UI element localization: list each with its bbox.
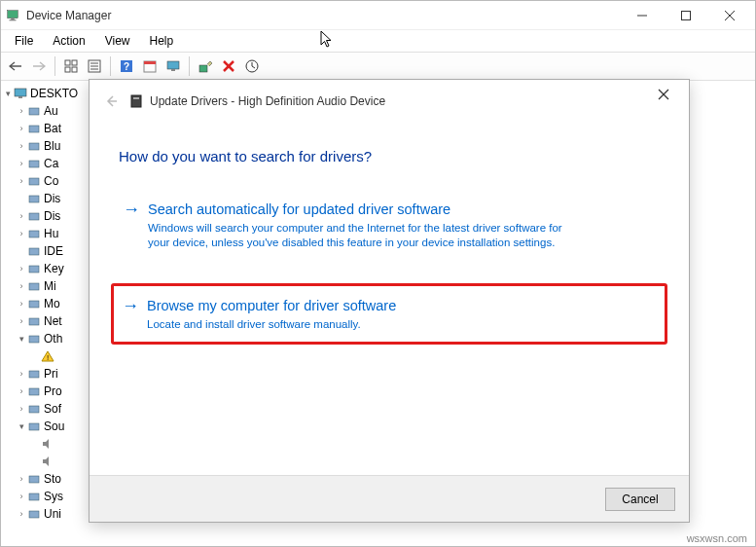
calendar-icon[interactable]	[139, 55, 161, 77]
tree-item[interactable]: ›Mi	[3, 277, 87, 295]
warning-icon: !	[40, 349, 55, 363]
tree-item[interactable]: IDE	[3, 242, 87, 260]
expand-icon[interactable]: ›	[17, 229, 26, 238]
svg-rect-1	[11, 18, 15, 19]
uninstall-icon[interactable]	[218, 55, 239, 77]
window-controls	[620, 2, 751, 29]
svg-rect-36	[29, 266, 39, 273]
show-hidden-icon[interactable]	[60, 55, 82, 77]
close-button[interactable]	[707, 2, 751, 29]
tree-item[interactable]: ›Mo	[3, 295, 87, 312]
tree-item[interactable]: ›Key	[3, 260, 87, 277]
option-search-automatically[interactable]: → Search automatically for updated drive…	[119, 192, 660, 258]
tree-item[interactable]: ›Sys	[3, 488, 87, 505]
expand-icon[interactable]: ›	[17, 124, 26, 133]
tree-item[interactable]: ›Pri	[3, 365, 87, 383]
expand-icon[interactable]: ›	[17, 159, 26, 168]
dialog-back-button[interactable]	[97, 88, 125, 115]
expand-icon[interactable]: ›	[17, 264, 26, 274]
dialog-title: Update Drivers - High Definition Audio D…	[150, 94, 385, 108]
properties-icon[interactable]	[84, 55, 105, 77]
device-category-icon	[26, 419, 42, 433]
expand-icon[interactable]: ›	[17, 369, 26, 379]
device-category-icon	[26, 384, 42, 398]
tree-item[interactable]: ›Uni	[3, 505, 87, 523]
tree-item[interactable]: ›Co	[3, 172, 87, 190]
tree-item[interactable]: ›Blu	[3, 137, 87, 155]
svg-rect-30	[29, 161, 39, 167]
tree-item[interactable]: ›Sof	[3, 400, 87, 418]
tree-item[interactable]: ›Bat	[3, 120, 87, 137]
tree-child[interactable]: !	[3, 347, 87, 365]
device-category-icon	[26, 244, 42, 258]
scan-hardware-icon[interactable]	[195, 55, 216, 77]
device-category-icon	[26, 332, 42, 346]
tree-item[interactable]: ›Sto	[3, 470, 87, 488]
cancel-button[interactable]: Cancel	[605, 488, 675, 511]
menu-file[interactable]: File	[7, 32, 41, 50]
tree-item[interactable]: Dis	[3, 190, 87, 207]
watermark: wsxwsn.com	[687, 532, 747, 544]
tree-root[interactable]: ▾ DESKTO	[3, 85, 87, 102]
svg-rect-25	[15, 89, 26, 96]
expand-icon[interactable]: ›	[17, 281, 26, 291]
expand-icon[interactable]: ›	[17, 141, 26, 151]
minimize-button[interactable]	[620, 2, 664, 29]
menu-help[interactable]: Help	[142, 32, 182, 50]
svg-rect-46	[29, 476, 39, 483]
dialog-body: How do you want to search for drivers? →…	[90, 123, 689, 345]
svg-rect-8	[72, 60, 77, 65]
device-category-icon	[26, 122, 42, 135]
tree-child[interactable]	[3, 453, 87, 470]
expand-icon[interactable]: ›	[17, 509, 26, 519]
titlebar: Device Manager	[1, 1, 755, 30]
monitor-icon[interactable]	[162, 55, 184, 77]
tree-item[interactable]: ›Hu	[3, 225, 87, 242]
device-category-icon	[26, 209, 42, 223]
expand-icon[interactable]: ›	[17, 386, 26, 396]
collapse-icon[interactable]: ▾	[17, 334, 26, 344]
device-tree[interactable]: ▾ DESKTO ›Au›Bat›Blu›Ca›Co Dis›Dis›Hu ID…	[1, 81, 89, 546]
tree-label: Ca	[44, 157, 58, 170]
expand-icon[interactable]: ▾	[3, 89, 13, 98]
help-icon[interactable]: ?	[116, 55, 137, 77]
svg-rect-18	[144, 61, 156, 64]
dialog-close-button[interactable]	[642, 80, 685, 109]
expand-icon[interactable]: ›	[17, 176, 26, 186]
expand-icon[interactable]: ›	[17, 211, 26, 221]
device-category-icon	[26, 139, 42, 153]
device-category-icon	[26, 174, 42, 188]
expand-icon[interactable]: ›	[17, 106, 26, 116]
tree-item[interactable]: ›Ca	[3, 155, 87, 172]
svg-rect-20	[171, 69, 175, 71]
forward-button[interactable]	[28, 55, 50, 77]
expand-icon[interactable]: ›	[17, 299, 26, 309]
tree-item[interactable]: ›Net	[3, 312, 87, 330]
device-category-icon	[26, 367, 42, 381]
svg-rect-48	[29, 511, 39, 518]
menu-action[interactable]: Action	[45, 32, 92, 50]
dialog-heading: How do you want to search for drivers?	[119, 148, 660, 164]
tree-item[interactable]: ▾Sou	[3, 418, 87, 435]
svg-rect-9	[65, 67, 70, 72]
update-driver-dialog: Update Drivers - High Definition Audio D…	[89, 79, 690, 523]
option-browse-computer[interactable]: → Browse my computer for driver software…	[111, 283, 667, 345]
maximize-button[interactable]	[664, 2, 707, 29]
update-driver-icon[interactable]	[241, 55, 263, 77]
menu-view[interactable]: View	[97, 32, 138, 50]
svg-rect-10	[72, 67, 77, 72]
expand-icon[interactable]: ›	[17, 474, 26, 484]
tree-item[interactable]: ›Dis	[3, 207, 87, 225]
tree-item[interactable]: ›Pro	[3, 383, 87, 400]
device-category-icon	[26, 157, 42, 170]
tree-label: Blu	[44, 139, 60, 153]
tree-item[interactable]: ›Au	[3, 102, 87, 120]
expand-icon[interactable]: ›	[17, 316, 26, 326]
collapse-icon[interactable]: ▾	[17, 421, 26, 431]
device-category-icon	[26, 507, 42, 521]
expand-icon[interactable]: ›	[17, 404, 26, 414]
back-button[interactable]	[5, 55, 26, 77]
expand-icon[interactable]: ›	[17, 492, 26, 501]
tree-child[interactable]	[3, 435, 87, 453]
tree-item[interactable]: ▾Oth	[3, 330, 87, 347]
